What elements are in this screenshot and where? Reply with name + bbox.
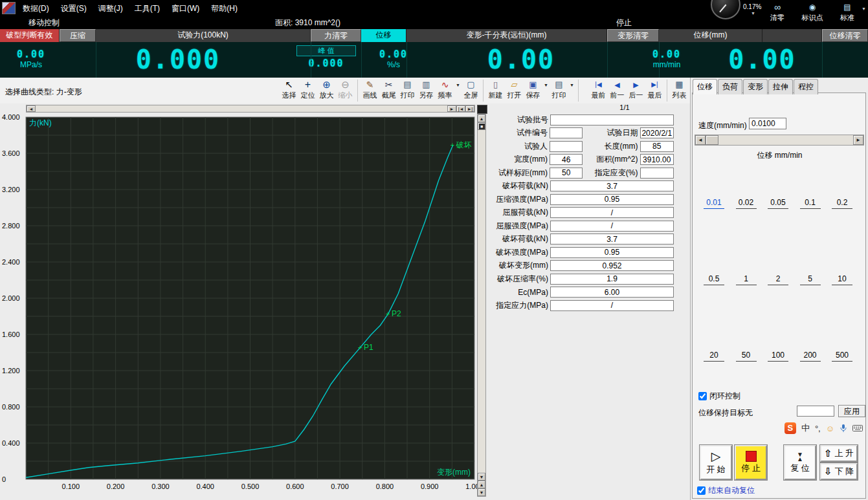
menu-item[interactable]: 数据(D): [17, 2, 55, 16]
stop-button[interactable]: 停 止: [735, 445, 767, 480]
move-control-label[interactable]: 移动控制: [28, 17, 60, 28]
control-tab-1[interactable]: 负荷: [718, 79, 742, 94]
ime-mic-icon[interactable]: [840, 424, 847, 433]
channel-cell[interactable]: 位移清零: [822, 29, 868, 42]
toolbar-button-new-file[interactable]: ▯新建: [486, 79, 505, 100]
toolbar-button-list[interactable]: ▦列表: [670, 79, 689, 100]
menu-item[interactable]: 帮助(H): [205, 2, 243, 16]
menu-item[interactable]: 工具(T): [129, 2, 166, 16]
speed-option-0.1[interactable]: 0.1: [800, 198, 821, 209]
speed-option-0.02[interactable]: 0.02: [736, 198, 757, 209]
speed-option-0.2[interactable]: 0.2: [832, 198, 852, 209]
toolbar-button-frequency[interactable]: ∿频率▼: [436, 79, 454, 100]
chart-pan-down-icon[interactable]: ▼: [478, 488, 485, 496]
force-deformation-chart[interactable]: 00.4000.8001.2001.6002.0002.4002.8003.20…: [0, 112, 487, 500]
speed-scroll-right-icon[interactable]: ►: [853, 135, 863, 145]
speed-option-20[interactable]: 20: [704, 351, 724, 362]
scroll-last-icon[interactable]: ►|: [465, 105, 474, 112]
form-input[interactable]: 2020/2/1: [640, 127, 674, 138]
quick-action-clear-zero[interactable]: ∞清零: [763, 1, 792, 22]
speed-scroll-thumb[interactable]: [706, 135, 718, 145]
speed-option-1[interactable]: 1: [736, 274, 757, 285]
toolbar-button-last[interactable]: ▶|最后: [645, 79, 664, 100]
toolbar-button-prev[interactable]: ◀前一: [608, 79, 627, 100]
channel-cell[interactable]: 压缩: [60, 29, 96, 42]
speed-scroll-left-icon[interactable]: ◄: [695, 135, 706, 145]
dropdown-icon[interactable]: ▼: [544, 83, 548, 87]
speed-input[interactable]: [749, 118, 786, 129]
speed-option-200[interactable]: 200: [800, 351, 821, 362]
speed-option-500[interactable]: 500: [832, 351, 852, 362]
speed-option-2[interactable]: 2: [768, 274, 788, 285]
chart-vertical-scrollbar[interactable]: ▲ ■ ▼ ▲ ▼: [477, 114, 486, 497]
curve-type-selector[interactable]: 选择曲线类型: 力-变形: [5, 87, 82, 98]
form-input[interactable]: [640, 168, 674, 179]
speed-adjust-scrollbar[interactable]: ◄ ►: [695, 135, 864, 146]
toolbar-button-next[interactable]: ▶后一: [627, 79, 645, 100]
chart-corner-button[interactable]: [477, 105, 487, 114]
scroll-down-icon[interactable]: ▼: [478, 473, 485, 481]
speed-dial-knob[interactable]: [711, 0, 740, 19]
speed-option-0.05[interactable]: 0.05: [768, 198, 788, 209]
toolbar-button-zoom-out[interactable]: ⊖缩小: [336, 79, 355, 100]
form-input[interactable]: 85: [640, 141, 674, 152]
scroll-up-icon[interactable]: ▲: [478, 114, 485, 122]
ime-keyboard-icon[interactable]: [852, 424, 863, 432]
sogou-ime-icon[interactable]: S: [785, 422, 796, 434]
chart-horizontal-scrollbar[interactable]: ◄ ► |◄ ►|: [26, 105, 475, 113]
toolbar-button-cursor[interactable]: ↖选择: [280, 79, 298, 100]
quick-action-standard[interactable]: ▤标准▼: [833, 1, 862, 22]
toolbar-button-pencil[interactable]: ✎画线: [361, 79, 379, 100]
scroll-first-icon[interactable]: |◄: [456, 105, 465, 112]
scroll-track-vertical[interactable]: [478, 130, 485, 473]
control-tab-0[interactable]: 位移: [693, 79, 717, 94]
form-input[interactable]: [550, 114, 674, 125]
up-button[interactable]: ⇧ 上 升: [820, 445, 858, 462]
menu-item[interactable]: 调整(J): [93, 2, 129, 16]
channel-cell[interactable]: 力清零: [311, 29, 361, 42]
form-input[interactable]: [550, 141, 583, 152]
control-tab-3[interactable]: 拉伸: [768, 79, 793, 94]
speed-option-10[interactable]: 10: [832, 274, 852, 285]
scroll-track[interactable]: [36, 105, 447, 112]
form-input[interactable]: 46: [550, 154, 583, 165]
speed-option-50[interactable]: 50: [736, 351, 757, 362]
auto-reset-checkbox[interactable]: [697, 486, 706, 495]
dropdown-icon[interactable]: ▼: [570, 83, 574, 87]
quick-action-marker-point[interactable]: ◉标识点: [798, 1, 827, 22]
form-input[interactable]: [550, 127, 583, 138]
toolbar-button-save[interactable]: ▣保存▼: [524, 79, 542, 100]
ime-emoji-icon[interactable]: ☺: [826, 424, 834, 433]
reset-button[interactable]: ▼▲ 复 位: [784, 445, 816, 480]
dropdown-icon[interactable]: ▼: [862, 6, 866, 11]
menu-item[interactable]: 窗口(W): [166, 2, 205, 16]
scroll-left-icon[interactable]: ◄: [27, 105, 36, 112]
scroll-right-icon[interactable]: ►: [447, 105, 456, 112]
channel-cell[interactable]: 位移: [361, 29, 406, 42]
menu-item[interactable]: 设置(S): [55, 2, 93, 16]
down-button[interactable]: ⇩ 下 降: [820, 463, 858, 480]
toolbar-button-scissors[interactable]: ✂截尾: [379, 79, 398, 100]
speed-option-0.5[interactable]: 0.5: [704, 274, 724, 285]
apply-button[interactable]: 应用: [838, 405, 865, 417]
form-input[interactable]: 3910.00: [640, 154, 674, 165]
control-tab-2[interactable]: 变形: [743, 79, 768, 94]
toolbar-button-save-as[interactable]: ▥另存: [417, 79, 436, 100]
speed-option-100[interactable]: 100: [768, 351, 788, 362]
toolbar-button-crosshair[interactable]: +定位: [298, 79, 317, 100]
toolbar-button-fullscreen[interactable]: ▢全屏: [462, 79, 480, 100]
control-tab-4[interactable]: 程控: [794, 79, 818, 94]
speed-scroll-track[interactable]: [718, 135, 853, 145]
toolbar-button-zoom-in[interactable]: ⊕放大: [317, 79, 336, 100]
speed-option-0.01[interactable]: 0.01: [704, 198, 724, 209]
ime-punctuation-icon[interactable]: °,: [815, 424, 821, 433]
toolbar-button-print[interactable]: ▤打印▼: [550, 79, 568, 100]
speed-option-5[interactable]: 5: [800, 274, 821, 285]
dial-dropdown-icon[interactable]: ▼: [751, 11, 755, 16]
closed-loop-checkbox[interactable]: [698, 392, 707, 400]
form-input[interactable]: 50: [550, 168, 583, 179]
start-button[interactable]: ▷ 开 始: [700, 445, 732, 480]
ime-mode-toggle[interactable]: 中: [801, 422, 810, 434]
toolbar-button-first[interactable]: |◀最前: [589, 79, 608, 100]
toolbar-button-printer[interactable]: ▤打印: [398, 79, 417, 100]
